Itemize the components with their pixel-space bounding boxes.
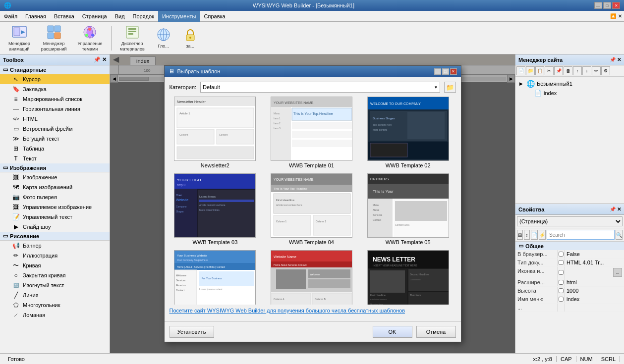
prop-checkbox-browser[interactable]: [559, 252, 564, 257]
toolbar-lock[interactable]: за...: [178, 24, 203, 52]
template-wwb03[interactable]: YOUR LOGO http:// Your Website Company S…: [170, 173, 261, 245]
toolbox-item-slideshow[interactable]: ▶ Слайд шоу: [0, 222, 110, 232]
prop-browse-icon-btn[interactable]: ...: [613, 268, 622, 277]
toolbox-item-iframe[interactable]: ▭ Встроенный фрейм: [0, 124, 110, 134]
sm-up-btn[interactable]: ↑: [573, 66, 582, 75]
toolbox-item-closed-curve[interactable]: ○ Закрытая кривая: [0, 270, 110, 280]
svg-text:Content: Content: [179, 133, 188, 136]
toolbox-item-image[interactable]: 🖼 Изображение: [0, 172, 110, 182]
template-wwb08[interactable]: NEWS LETTER INSERT YOUR HEADLINE TEXT HE…: [362, 250, 454, 305]
toolbox-item-illustration[interactable]: ✏ Иллюстрация: [0, 251, 110, 260]
toolbox-item-curve[interactable]: 〜 Кривая: [0, 260, 110, 270]
sm-props-btn[interactable]: ⚙: [601, 66, 610, 75]
template-wwb07[interactable]: Website Name Home About Services Contact…: [266, 250, 357, 305]
modal-footer: Установить OK Отмена: [165, 321, 461, 342]
maximize-button[interactable]: □: [603, 2, 611, 9]
modal-maximize-btn[interactable]: □: [442, 68, 449, 75]
template-wwb02[interactable]: WELCOME TO OUR COMPANY Business Slogan T…: [362, 97, 454, 168]
template-wwb06[interactable]: Your Business Website Your Company Sloga…: [170, 250, 261, 305]
toolbar-animation-manager[interactable]: Менеджеранимаций: [4, 24, 35, 52]
toolbox-item-html[interactable]: </> HTML: [0, 114, 110, 124]
browse-folder-button[interactable]: 📁: [444, 82, 456, 93]
toolbox-group-standard[interactable]: ▭ Стандартные: [0, 65, 110, 74]
props-search-btn[interactable]: 🔍: [616, 230, 623, 240]
properties-search-input[interactable]: [547, 230, 615, 240]
sm-copy-btn[interactable]: 📋: [535, 66, 544, 75]
props-alpha-btn[interactable]: ↕: [524, 230, 530, 240]
sm-rename-btn[interactable]: ✏: [592, 66, 601, 75]
menu-insert[interactable]: Вставка: [50, 11, 78, 22]
ok-button[interactable]: OK: [373, 326, 412, 338]
template-wwb01[interactable]: YOUR WEBSITES NAME This Is Your Top-Head…: [266, 97, 357, 168]
toolbox-item-polyline[interactable]: ⟋ Ломаная: [0, 310, 110, 320]
menu-tools[interactable]: Инструменты: [158, 11, 200, 22]
minimize-panel-icon[interactable]: 🔼: [610, 13, 616, 19]
sm-delete-btn[interactable]: 🗑: [564, 66, 572, 75]
sm-down-btn[interactable]: ↓: [582, 66, 591, 75]
svg-text:First Headline: First Headline: [276, 199, 295, 202]
prop-checkbox-icon[interactable]: [559, 270, 564, 275]
toolbox-item-rollover-text[interactable]: 📝 Управляемый текст: [0, 212, 110, 222]
svg-text:PARTNERS: PARTNERS: [370, 177, 389, 181]
menu-order[interactable]: Порядок: [129, 11, 158, 22]
tree-item-site[interactable]: ▶ 🌐 Безымянный1: [517, 79, 622, 89]
file-icon: 📄: [534, 90, 542, 97]
toolbox-item-hline[interactable]: — Горизонтальная линия: [0, 104, 110, 114]
more-templates-link[interactable]: Посетите сайт WYSIWYG Web Builder для по…: [170, 308, 456, 313]
template-wwb04[interactable]: YOUR WEBSITES NAME This Is Your Top-Head…: [266, 173, 357, 245]
toolbox-item-text[interactable]: T Текст: [0, 154, 110, 163]
sm-paste-btn[interactable]: 📌: [554, 66, 563, 75]
menu-page[interactable]: Страница: [78, 11, 111, 22]
template-thumb-wwb05: PARTNERS This Is Your Menu About Service…: [367, 173, 449, 238]
tree-item-index[interactable]: 📄 index: [517, 89, 622, 98]
toolbox-item-rollover-img[interactable]: 🖼 Управляемое изображение: [0, 202, 110, 212]
toolbox-item-bookmark[interactable]: 🔖 Закладка: [0, 84, 110, 94]
toolbox-item-polygon[interactable]: ⬠ Многоугольник: [0, 300, 110, 310]
properties-pin[interactable]: 📌 ✕: [610, 207, 621, 212]
toolbox-pin[interactable]: 📌 ✕: [94, 56, 107, 63]
toolbox-item-banner[interactable]: 📢 Баннер: [0, 241, 110, 251]
template-wwb05[interactable]: PARTNERS This Is Your Menu About Service…: [362, 173, 454, 245]
toolbar-assets[interactable]: Диспетчерматериалов: [115, 24, 149, 52]
prop-checkbox-height[interactable]: [559, 288, 564, 293]
menu-home[interactable]: Главная: [21, 11, 50, 22]
toolbox-item-marquee[interactable]: ≫ Бегущий текст: [0, 134, 110, 144]
prop-checkbox-menuname[interactable]: [559, 297, 564, 302]
cancel-button[interactable]: Отмена: [416, 326, 456, 338]
close-button[interactable]: ✕: [612, 2, 620, 9]
props-categorized-btn[interactable]: ⊞: [517, 230, 523, 240]
toolbox-item-imagemap[interactable]: 🗺 Карта изображений: [0, 182, 110, 192]
toolbox-item-curved-text[interactable]: 🔠 Изогнутый текст: [0, 280, 110, 290]
curve-icon: 〜: [12, 261, 20, 269]
props-pages-btn[interactable]: 📄: [531, 230, 538, 240]
template-newsletter2[interactable]: Newsletter Header Article 1 Content Cont…: [170, 97, 261, 168]
close-panel-icon[interactable]: ✕: [618, 13, 622, 19]
properties-object-select[interactable]: (Страница): [517, 216, 623, 226]
prop-checkbox-doctype[interactable]: [559, 260, 564, 265]
menu-help[interactable]: Справка: [200, 11, 229, 22]
sm-cut-btn[interactable]: ✂: [545, 66, 554, 75]
toolbox-item-table[interactable]: ⊞ Таблица: [0, 144, 110, 154]
prop-value-icon: ...: [565, 267, 624, 278]
toolbox-item-cursor[interactable]: ↖ Курсор: [0, 74, 110, 84]
install-button[interactable]: Установить: [170, 326, 214, 338]
toolbar-extensions-manager[interactable]: Менеджеррасширений: [37, 24, 71, 52]
category-select[interactable]: Default: [200, 82, 440, 93]
toolbox-group-draw[interactable]: ▭ Рисование: [0, 232, 110, 241]
minimize-button[interactable]: —: [594, 2, 602, 9]
toolbox-item-line[interactable]: ╱ Линия: [0, 290, 110, 300]
sm-new-btn[interactable]: 📄: [516, 66, 525, 75]
toolbox-item-list[interactable]: ≡ Маркированный список: [0, 94, 110, 104]
menu-view[interactable]: Вид: [111, 11, 129, 22]
sm-folder-btn[interactable]: 📁: [526, 66, 535, 75]
toolbox-item-gallery[interactable]: 📷 Фото галерея: [0, 192, 110, 202]
modal-close-btn[interactable]: ✕: [450, 68, 457, 75]
toolbar-global[interactable]: Гло...: [151, 24, 176, 52]
site-manager-pin[interactable]: 📌 ✕: [610, 57, 621, 62]
prop-checkbox-ext[interactable]: [559, 280, 564, 285]
toolbox-group-images[interactable]: ▭ Изображения: [0, 163, 110, 172]
props-lightning-btn[interactable]: ⚡: [539, 230, 546, 240]
modal-minimize-btn[interactable]: —: [434, 68, 441, 75]
menu-file[interactable]: Файл: [0, 11, 21, 22]
toolbar-themes[interactable]: Управлениетемами: [73, 24, 107, 52]
